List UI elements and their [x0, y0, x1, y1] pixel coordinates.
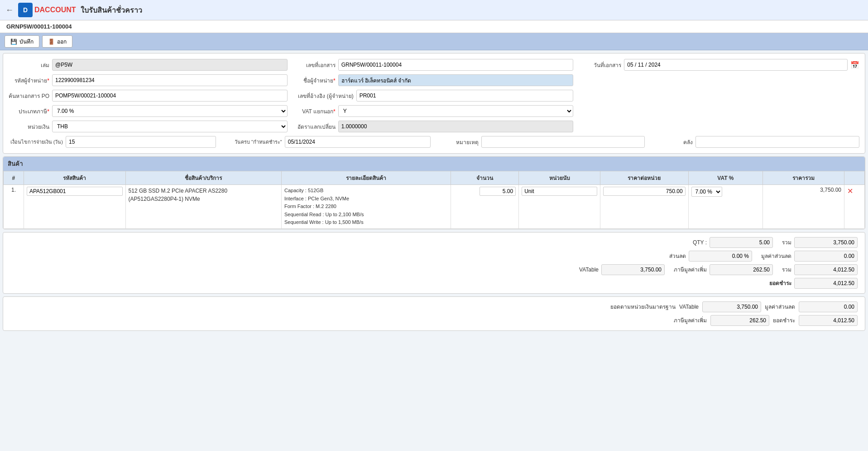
credit-days-input[interactable]: [66, 136, 216, 148]
credit-days-label: เงื่อนไขการจ่ายเงิน (วัน): [9, 138, 63, 146]
supplier-ref-input[interactable]: [356, 90, 574, 102]
po-search-label: ค้นหาเอกสาร PO: [9, 92, 49, 100]
unit-input[interactable]: [522, 187, 597, 196]
book-input[interactable]: [52, 59, 288, 71]
currency-select[interactable]: THB: [52, 121, 288, 132]
vat-separate-label: VAT แยกนอก*: [295, 107, 336, 116]
warehouse-label: คลัง: [652, 138, 693, 146]
vat-select[interactable]: 7.00 % 0.00 %: [691, 187, 722, 197]
col-actions: [844, 171, 865, 185]
doc-date-label: วันที่เอกสาร: [580, 61, 621, 69]
col-name: ชื่อสินค้า/บริการ: [125, 171, 281, 185]
doc-number-input[interactable]: [338, 59, 574, 71]
col-vat: VAT %: [688, 171, 763, 185]
supplier-name-label: ชื่อผู้จำหน่าย*: [295, 76, 336, 85]
totals-section: ยอดตามหน่วยเงินมาตรฐาน VATable มูลค่าส่ว…: [3, 296, 865, 331]
currency-field: หน่วยเงิน THB: [9, 121, 288, 132]
vat-separate-select[interactable]: Y N: [338, 105, 574, 117]
po-search-input[interactable]: [52, 90, 288, 102]
products-header: สินค้า: [3, 157, 865, 171]
row-code: [24, 185, 125, 229]
col-total: ราคารวม: [763, 171, 844, 185]
top-bar: ← D DACCOUNT ใบรับสินค้าชั่วคราว: [0, 0, 868, 20]
doc-id-bar: GRNP5W/00011-100004: [0, 20, 868, 33]
discount-amt-value: [794, 251, 858, 262]
doc-number-label: เลขที่เอกสาร: [295, 61, 336, 69]
vat-type-field: ประเภทภาษี* 7.00 %: [9, 105, 288, 117]
vat-std-label: ภาษีมูลค่าเพิ่ม: [674, 316, 707, 325]
logo: D DACCOUNT: [18, 3, 76, 17]
save-icon: 💾: [10, 39, 17, 45]
table-row: 1. 512 GB SSD M.2 PCIe APACER AS2280 (AP…: [4, 185, 865, 229]
warehouse-input[interactable]: [695, 136, 859, 148]
vat-type-label: ประเภทภาษี*: [9, 107, 49, 116]
col-price: ราคาต่อหน่วย: [600, 171, 688, 185]
vat-label: ภาษีมูลค่าเพิ่ม: [674, 265, 707, 274]
row-total: 3,750.00: [763, 185, 844, 229]
book-field: เล่ม: [9, 59, 288, 71]
grand-total-label: ยอดชำระ: [769, 279, 791, 287]
delete-row-button[interactable]: ✕: [847, 187, 853, 195]
toolbar: 💾 บันทึก 🚪 ออก: [0, 33, 868, 50]
std-unit-label: ยอดตามหน่วยเงินมาตรฐาน: [610, 302, 676, 311]
grand-total-value: [794, 278, 858, 289]
row-index: 1.: [4, 185, 24, 229]
grand-total-std-value: [799, 315, 858, 326]
row-price: [600, 185, 688, 229]
row-qty: [451, 185, 519, 229]
discount-pct-value[interactable]: [689, 251, 752, 262]
col-qty: จำนวน: [451, 171, 519, 185]
calendar-icon[interactable]: 📅: [850, 61, 859, 69]
supplier-name-input[interactable]: [338, 74, 574, 86]
products-title: สินค้า: [8, 160, 23, 167]
products-table: # รหัสสินค้า ชื่อสินค้า/บริการ รายละเอีย…: [3, 171, 865, 229]
book-label: เล่ม: [9, 61, 49, 69]
col-details: รายละเอียดสินค้า: [282, 171, 451, 185]
currency-label: หน่วยเงิน: [9, 122, 49, 131]
vat-value: [710, 264, 773, 275]
qty-value: [710, 237, 773, 248]
row-name: 512 GB SSD M.2 PCIe APACER AS2280 (AP512…: [125, 185, 281, 229]
exit-button[interactable]: 🚪 ออก: [42, 35, 72, 48]
supplier-code-field: รหัสผู้จำหน่าย*: [9, 74, 288, 86]
row-vat: 7.00 % 0.00 %: [688, 185, 763, 229]
price-input[interactable]: [603, 187, 686, 196]
vat-std-value: [710, 315, 769, 326]
col-unit: หน่วยนับ: [519, 171, 600, 185]
form-section: เล่ม เลขที่เอกสาร วันที่เอกสาร 📅 รหัสผู้…: [3, 53, 865, 154]
vatable-std-value: [702, 301, 761, 312]
warehouse-field: คลัง: [652, 136, 859, 148]
vat-type-select[interactable]: 7.00 %: [52, 105, 288, 117]
products-section: สินค้า # รหัสสินค้า ชื่อสินค้า/บริการ รา…: [3, 156, 865, 229]
discount-amt-label: มูลค่าส่วนลด: [761, 252, 791, 260]
code-input[interactable]: [27, 187, 123, 196]
save-button[interactable]: 💾 บันทึก: [5, 35, 39, 48]
po-search-field: ค้นหาเอกสาร PO: [9, 90, 288, 102]
supplier-ref-label: เลขที่อ้างอิง (ผู้จำหน่าย): [295, 92, 354, 100]
discount-std-label: มูลค่าส่วนลด: [765, 302, 795, 311]
due-date-field: วันครบ "กำหนดชำระ": [223, 136, 431, 148]
remark-input[interactable]: [481, 136, 645, 148]
total-value: [794, 237, 858, 248]
summary-section: QTY : รวม ส่วนลด มูลค่าส่วนลด VATable: [3, 232, 865, 294]
doc-date-input[interactable]: [624, 59, 848, 71]
exchange-rate-label: อัตราแลกเปลี่ยน: [295, 122, 336, 131]
exchange-rate-field: อัตราแลกเปลี่ยน: [295, 121, 574, 132]
exchange-rate-input[interactable]: [338, 121, 574, 132]
qty-input[interactable]: [480, 187, 516, 196]
grand-total-std-label: ยอดชำระ: [773, 316, 795, 325]
supplier-code-input[interactable]: [52, 74, 288, 86]
page-title: ใบรับสินค้าชั่วคราว: [81, 5, 142, 16]
total-label: รวม: [782, 238, 791, 247]
vatable-std-label: VATable: [679, 304, 699, 310]
vat-separate-field: VAT แยกนอก* Y N: [295, 105, 574, 117]
supplier-ref-field: เลขที่อ้างอิง (ผู้จำหน่าย): [295, 90, 574, 102]
discount-std-value: [799, 301, 858, 312]
logo-icon: D: [18, 3, 33, 17]
back-button[interactable]: ←: [5, 5, 14, 15]
row-delete[interactable]: ✕: [844, 185, 865, 229]
discount-label: ส่วนลด: [669, 252, 686, 260]
exit-icon: 🚪: [48, 39, 55, 45]
supplier-code-label: รหัสผู้จำหน่าย*: [9, 76, 49, 85]
due-date-input[interactable]: [285, 136, 431, 148]
